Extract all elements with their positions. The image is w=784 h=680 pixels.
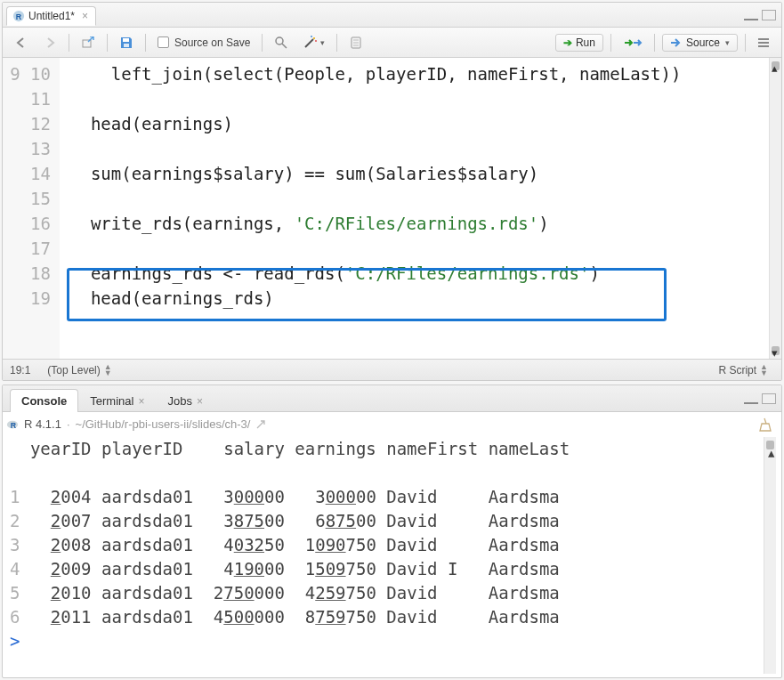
scroll-up-icon[interactable]: ▴ bbox=[766, 441, 774, 449]
find-button[interactable] bbox=[270, 33, 293, 53]
svg-rect-3 bbox=[123, 38, 129, 42]
tab-console[interactable]: Console bbox=[10, 389, 78, 412]
tab-jobs[interactable]: Jobs × bbox=[156, 389, 214, 412]
outline-button[interactable] bbox=[753, 33, 774, 53]
language-label: R Script bbox=[718, 364, 756, 376]
toolbar-separator bbox=[69, 34, 69, 52]
code-body[interactable]: left_join(select(People, playerID, nameF… bbox=[60, 58, 769, 359]
editor-tab-label: Untitled1* bbox=[28, 10, 75, 22]
working-dir-label[interactable]: ~/GitHub/r-pbi-users-ii/slides/ch-3/ bbox=[76, 416, 251, 433]
scope-label: (Top Level) bbox=[47, 364, 100, 376]
toolbar-separator bbox=[610, 34, 611, 52]
code-editor[interactable]: 9 10 11 12 13 14 15 16 17 18 19 left_joi… bbox=[3, 58, 781, 359]
forward-button[interactable] bbox=[38, 33, 61, 53]
run-button[interactable]: ➔ Run bbox=[555, 34, 603, 52]
console-pane: Console Terminal × Jobs × R R 4.1.1 · ~/… bbox=[2, 385, 782, 678]
wand-button[interactable]: ▾ bbox=[298, 33, 329, 53]
svg-point-10 bbox=[311, 36, 312, 37]
console-output[interactable]: yearID playerID salary earnings nameFirs… bbox=[3, 435, 781, 677]
source-editor-pane: R Untitled1* × Source on Save ▾ ➔ Run bbox=[2, 2, 782, 381]
r-file-icon: R bbox=[12, 10, 25, 22]
updown-icon: ▲▼ bbox=[760, 364, 768, 376]
popout-button[interactable] bbox=[77, 33, 100, 53]
r-logo-icon: R bbox=[6, 418, 19, 431]
close-icon[interactable]: × bbox=[197, 395, 203, 408]
tab-terminal[interactable]: Terminal × bbox=[78, 389, 156, 412]
tab-console-label: Console bbox=[21, 394, 67, 408]
pane-maximize-icon[interactable] bbox=[762, 10, 776, 20]
language-selector[interactable]: R Script ▲▼ bbox=[712, 362, 774, 378]
source-arrow-icon bbox=[670, 37, 683, 48]
back-button[interactable] bbox=[10, 33, 33, 53]
pane-maximize-icon[interactable] bbox=[762, 393, 776, 404]
scope-selector[interactable]: (Top Level) ▲▼ bbox=[41, 362, 117, 378]
chevron-down-icon: ▾ bbox=[725, 38, 730, 47]
svg-rect-4 bbox=[124, 44, 129, 47]
console-path-bar: R R 4.1.1 · ~/GitHub/r-pbi-users-ii/slid… bbox=[3, 412, 781, 435]
source-on-save-toggle[interactable]: Source on Save bbox=[153, 33, 255, 53]
toolbar-separator bbox=[336, 34, 337, 52]
clear-console-icon[interactable] bbox=[756, 417, 778, 433]
scroll-up-icon[interactable]: ▴ bbox=[772, 61, 780, 70]
console-scrollbar[interactable]: ▴ bbox=[764, 437, 776, 674]
svg-text:R: R bbox=[11, 421, 17, 430]
scroll-down-icon[interactable]: ▾ bbox=[772, 346, 780, 355]
r-version-label: R 4.1.1 bbox=[24, 416, 61, 433]
cursor-position: 19:1 bbox=[10, 364, 30, 376]
source-on-save-label: Source on Save bbox=[174, 36, 250, 49]
source-label: Source bbox=[686, 36, 720, 49]
console-tabbar: Console Terminal × Jobs × bbox=[3, 385, 781, 412]
svg-point-5 bbox=[276, 37, 283, 45]
pane-window-controls bbox=[744, 393, 781, 404]
close-icon[interactable]: × bbox=[138, 395, 144, 408]
toolbar-separator bbox=[262, 34, 263, 52]
rerun-button[interactable] bbox=[618, 33, 647, 53]
svg-line-7 bbox=[305, 39, 313, 47]
svg-line-6 bbox=[282, 44, 287, 48]
editor-statusbar: 19:1 (Top Level) ▲▼ R Script ▲▼ bbox=[3, 359, 781, 380]
run-label: Run bbox=[576, 36, 595, 49]
editor-tab-untitled[interactable]: R Untitled1* × bbox=[6, 6, 96, 26]
editor-toolbar: Source on Save ▾ ➔ Run Source ▾ bbox=[3, 28, 781, 58]
pane-minimize-icon[interactable] bbox=[744, 12, 758, 20]
editor-scrollbar[interactable]: ▴ ▾ bbox=[769, 58, 781, 359]
toolbar-separator bbox=[745, 34, 746, 52]
tab-terminal-label: Terminal bbox=[90, 394, 133, 408]
svg-point-9 bbox=[315, 40, 317, 42]
pane-window-controls bbox=[744, 10, 781, 20]
run-arrow-icon: ➔ bbox=[563, 36, 572, 49]
toolbar-separator bbox=[654, 34, 655, 52]
pane-minimize-icon[interactable] bbox=[744, 395, 758, 404]
editor-tabbar: R Untitled1* × bbox=[3, 3, 781, 28]
notebook-button[interactable] bbox=[344, 33, 368, 53]
tab-jobs-label: Jobs bbox=[167, 394, 191, 408]
popout-path-icon[interactable] bbox=[255, 419, 266, 430]
svg-point-8 bbox=[313, 37, 315, 39]
line-gutter: 9 10 11 12 13 14 15 16 17 18 19 bbox=[3, 58, 60, 359]
close-tab-icon[interactable]: × bbox=[82, 10, 88, 22]
checkbox-icon bbox=[158, 36, 169, 48]
source-button[interactable]: Source ▾ bbox=[662, 34, 738, 52]
toolbar-separator bbox=[107, 34, 108, 52]
toolbar-separator bbox=[145, 34, 146, 52]
save-button[interactable] bbox=[115, 33, 138, 53]
updown-icon: ▲▼ bbox=[104, 364, 112, 376]
svg-text:R: R bbox=[16, 12, 22, 20]
